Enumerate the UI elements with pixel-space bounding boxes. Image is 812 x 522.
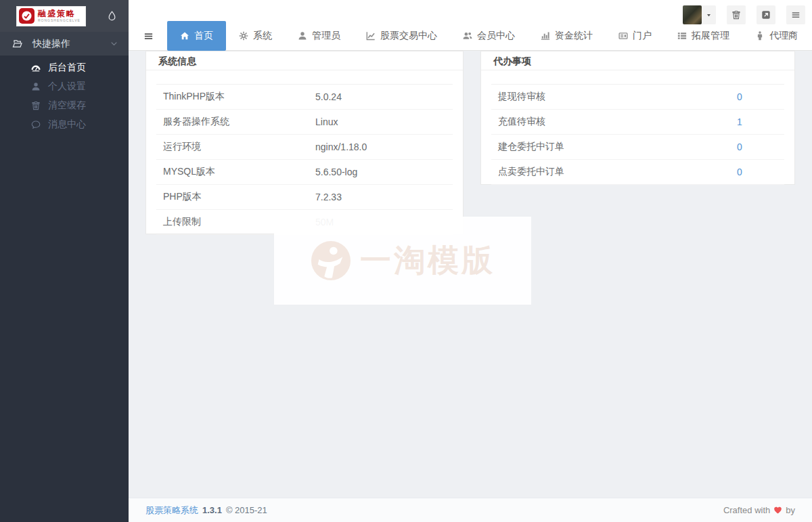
todo-count-link[interactable]: 0 <box>730 91 749 102</box>
main-area: 首页 系统 管理员 股票交易中心 会员中心 <box>129 0 812 522</box>
footer: 股票策略系统 1.3.1 © 2015-21 Crafted with by <box>129 498 812 522</box>
panel-title: 系统信息 <box>146 51 463 70</box>
footer-crafted-suffix: by <box>786 505 795 515</box>
sidebar-item-label: 清空缓存 <box>48 100 86 112</box>
sidebar-item-dashboard[interactable]: 后台首页 <box>0 58 129 77</box>
table-row: ThinkPHP版本 5.0.24 <box>156 85 453 110</box>
bar-chart-icon <box>541 31 550 41</box>
agent-icon <box>755 31 765 41</box>
row-label: 运行环境 <box>156 141 309 153</box>
nav-item-system[interactable]: 系统 <box>226 21 285 51</box>
nav-label: 首页 <box>194 30 213 42</box>
line-chart-icon <box>366 31 376 41</box>
dashboard-icon <box>31 63 41 72</box>
watermark-overlay: 一淘模版 <box>274 217 531 305</box>
row-label: MYSQL版本 <box>156 166 309 178</box>
sidebar-section-quick-actions[interactable]: 快捷操作 <box>0 32 129 56</box>
topbar: 首页 系统 管理员 股票交易中心 会员中心 <box>129 0 812 51</box>
row-label: 建仓委托中订单 <box>491 141 730 153</box>
heart-icon <box>773 506 782 515</box>
table-row: PHP版本 7.2.33 <box>156 185 453 210</box>
sidebar-toggle-button[interactable] <box>139 21 158 51</box>
nav-label: 资金统计 <box>555 30 593 42</box>
row-label: 服务器操作系统 <box>156 116 309 128</box>
nav-item-portal[interactable]: 门户 <box>606 21 664 51</box>
sidebar-item-label: 后台首页 <box>48 62 86 74</box>
list-icon <box>677 31 687 41</box>
sidebar-header: 融盛策略 RONGSHENGCELVE <box>0 0 129 32</box>
nav-item-stock-trade-center[interactable]: 股票交易中心 <box>353 21 450 51</box>
todo-count-link[interactable]: 0 <box>730 167 749 177</box>
row-label: 点卖委托中订单 <box>491 166 730 178</box>
gear-icon <box>239 31 248 41</box>
nav-label: 代理商 <box>769 30 798 42</box>
nav-label: 门户 <box>633 30 652 42</box>
trash-icon <box>731 10 741 20</box>
folder-open-icon <box>12 39 22 49</box>
admin-app: 融盛策略 RONGSHENGCELVE 快捷操作 后台首页 个人设置 清空缓存 <box>0 0 812 522</box>
panel-system-info: 系统信息 ThinkPHP版本 5.0.24 服务器操作系统 Linux 运行环… <box>145 51 464 234</box>
sidebar-item-clear-cache[interactable]: 清空缓存 <box>0 96 129 115</box>
users-icon <box>463 31 472 41</box>
row-label: 充值待审核 <box>491 116 730 128</box>
watermark-logo-icon <box>310 240 352 282</box>
row-label: 提现待审核 <box>491 91 730 103</box>
content: 系统信息 ThinkPHP版本 5.0.24 服务器操作系统 Linux 运行环… <box>129 51 812 498</box>
table-row: 提现待审核 0 <box>491 85 784 110</box>
row-value: nginx/1.18.0 <box>309 142 374 152</box>
brand-logo-icon <box>19 8 35 24</box>
table-row: 建仓委托中订单 0 <box>491 135 784 160</box>
brand-name-cn: 融盛策略 <box>38 9 81 18</box>
row-value: 7.2.33 <box>309 192 348 202</box>
panel-title: 代办事项 <box>481 51 794 70</box>
top-nav: 首页 系统 管理员 股票交易中心 会员中心 <box>129 21 812 51</box>
todo-count-link[interactable]: 1 <box>730 116 749 127</box>
nav-item-admin[interactable]: 管理员 <box>285 21 353 51</box>
home-icon <box>180 31 189 41</box>
menu-bars-icon <box>791 10 800 20</box>
nav-item-funds-stats[interactable]: 资金统计 <box>528 21 606 51</box>
nav-label: 系统 <box>253 30 272 42</box>
sidebar-menu: 后台首页 个人设置 清空缓存 消息中心 <box>0 56 129 522</box>
nav-label: 股票交易中心 <box>380 30 437 42</box>
watermark-text: 一淘模版 <box>360 240 495 282</box>
todo-count-link[interactable]: 0 <box>730 142 749 152</box>
chevron-down-icon <box>110 40 118 47</box>
nav-label: 管理员 <box>312 30 340 42</box>
sidebar-item-message-center[interactable]: 消息中心 <box>0 115 129 134</box>
sidebar-item-label: 消息中心 <box>48 118 86 131</box>
nav-item-member-center[interactable]: 会员中心 <box>450 21 528 51</box>
nav-item-extension-mgmt[interactable]: 拓展管理 <box>664 21 742 51</box>
brand-name-en: RONGSHENGCELVE <box>38 18 81 22</box>
droplet-icon[interactable] <box>107 11 117 21</box>
hamburger-icon <box>143 31 154 41</box>
footer-credit: Crafted with by <box>723 505 795 515</box>
table-row: 充值待审核 1 <box>491 110 784 135</box>
external-link-icon <box>761 10 771 20</box>
brand-logo[interactable]: 融盛策略 RONGSHENGCELVE <box>16 6 86 26</box>
message-icon <box>31 120 41 129</box>
todo-table: 提现待审核 0 充值待审核 1 建仓委托中订单 0 点卖委托中订单 0 <box>491 84 784 185</box>
nav-item-agent[interactable]: 代理商 <box>742 21 811 51</box>
nav-item-home[interactable]: 首页 <box>167 21 226 51</box>
sidebar: 融盛策略 RONGSHENGCELVE 快捷操作 后台首页 个人设置 清空缓存 <box>0 0 129 522</box>
newspaper-icon <box>618 31 628 41</box>
table-row: 运行环境 nginx/1.18.0 <box>156 135 453 160</box>
user-icon <box>298 31 307 41</box>
row-value: 5.6.50-log <box>309 167 364 177</box>
panel-todo: 代办事项 提现待审核 0 充值待审核 1 建仓委托中订单 0 <box>480 51 795 185</box>
sidebar-item-profile-settings[interactable]: 个人设置 <box>0 77 129 96</box>
row-value: 5.0.24 <box>309 91 348 102</box>
table-row: 点卖委托中订单 0 <box>491 160 784 185</box>
row-value: Linux <box>309 116 344 127</box>
nav-label: 会员中心 <box>477 30 515 42</box>
table-row: 服务器操作系统 Linux <box>156 110 453 135</box>
sidebar-section-label: 快捷操作 <box>32 38 110 50</box>
footer-app-link[interactable]: 股票策略系统 <box>145 504 198 517</box>
footer-copyright: © 2015-21 <box>226 505 267 515</box>
sidebar-item-label: 个人设置 <box>48 81 86 93</box>
row-label: ThinkPHP版本 <box>156 91 309 103</box>
row-label: PHP版本 <box>156 191 309 203</box>
user-icon <box>31 82 41 91</box>
footer-crafted-prefix: Crafted with <box>723 505 770 515</box>
